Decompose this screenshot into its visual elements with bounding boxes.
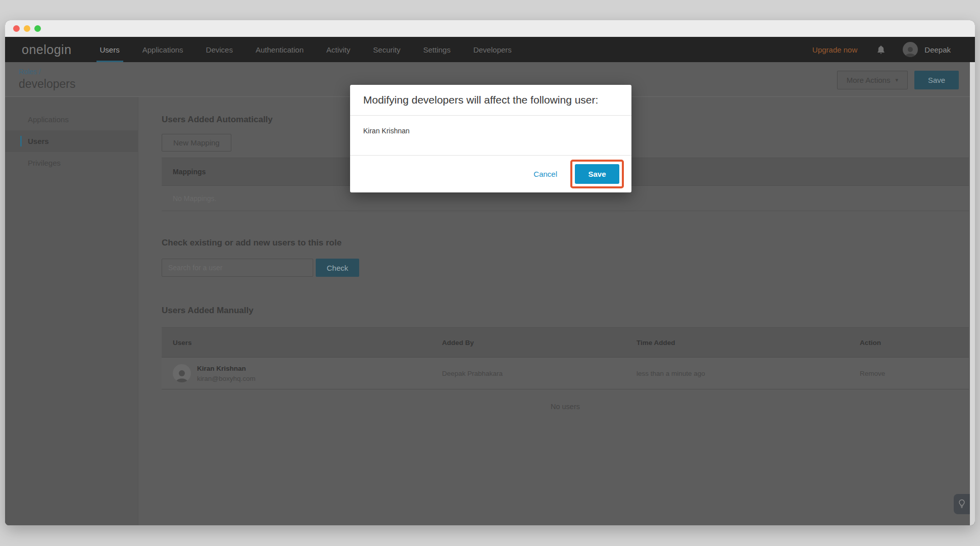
more-actions-button[interactable]: More Actions ▾ (837, 71, 908, 89)
nav-item-users[interactable]: Users (100, 37, 120, 62)
confirm-modal: Modifying developers will affect the fol… (350, 85, 631, 192)
lightbulb-icon (958, 499, 965, 509)
column-header-users: Users (162, 339, 431, 346)
modal-affected-user: Kiran Krishnan (350, 116, 631, 155)
column-header-action: Action (849, 339, 969, 346)
bell-icon (876, 45, 886, 55)
nav-item-security[interactable]: Security (373, 37, 401, 62)
sidebar-item-users[interactable]: Users (5, 130, 138, 152)
remove-link[interactable]: Remove (849, 370, 969, 377)
vertical-scrollbar[interactable] (970, 62, 975, 525)
nav-item-devices[interactable]: Devices (206, 37, 233, 62)
save-annotation-highlight: Save (570, 160, 624, 188)
sidebar: Applications Users Privileges (5, 97, 138, 525)
nav-item-settings[interactable]: Settings (423, 37, 451, 62)
modal-title: Modifying developers will affect the fol… (350, 85, 631, 116)
sidebar-item-privileges[interactable]: Privileges (5, 152, 138, 174)
notifications-button[interactable] (876, 45, 886, 55)
search-row: Check (162, 259, 969, 277)
time-added-label: less than a minute ago (625, 370, 849, 377)
user-row-avatar (173, 364, 191, 382)
search-user-input[interactable] (162, 259, 313, 277)
manual-section-heading: Users Added Manually (162, 306, 969, 316)
header-save-button[interactable]: Save (914, 71, 959, 89)
nav-item-authentication[interactable]: Authentication (256, 37, 304, 62)
user-name-label[interactable]: Deepak (924, 45, 951, 54)
check-button[interactable]: Check (316, 259, 359, 277)
new-mapping-button[interactable]: New Mapping (162, 134, 231, 152)
modal-cancel-button[interactable]: Cancel (533, 170, 557, 178)
traffic-lights (13, 25, 41, 32)
navbar-right: Upgrade now Deepak (812, 42, 951, 57)
column-header-added-by: Added By (431, 339, 625, 346)
upgrade-now-link[interactable]: Upgrade now (812, 45, 857, 54)
zoom-traffic-light-icon[interactable] (34, 25, 41, 32)
added-by-link[interactable]: Deepak Prabhakara (431, 370, 625, 377)
page-title: developers (19, 77, 76, 91)
user-table-row: Kiran Krishnan kiran@boxyhq.com Deepak P… (162, 358, 969, 389)
chevron-down-icon: ▾ (895, 77, 898, 83)
person-silhouette-icon (904, 45, 917, 57)
person-silhouette-icon (174, 368, 189, 382)
nav-item-developers[interactable]: Developers (473, 37, 512, 62)
column-header-time-added: Time Added (625, 339, 849, 346)
user-name: Kiran Krishnan (197, 365, 256, 372)
minimize-traffic-light-icon[interactable] (24, 25, 30, 32)
close-traffic-light-icon[interactable] (13, 25, 20, 32)
users-table-header-row: Users Added By Time Added Action (162, 327, 969, 358)
user-email: kiran@boxyhq.com (197, 375, 256, 382)
header-actions: More Actions ▾ Save (837, 71, 959, 89)
user-cell: Kiran Krishnan kiran@boxyhq.com (162, 364, 431, 382)
nav-items: Users Applications Devices Authenticatio… (100, 37, 512, 62)
modal-save-button[interactable]: Save (575, 164, 619, 184)
user-avatar[interactable] (903, 42, 918, 57)
more-actions-label: More Actions (847, 76, 891, 84)
check-section-heading: Check existing or add new users to this … (162, 238, 969, 248)
no-users-text: No users (162, 389, 969, 426)
sidebar-item-applications[interactable]: Applications (5, 109, 138, 130)
help-bulb-button[interactable] (954, 494, 970, 514)
manual-users-table: Users Added By Time Added Action (162, 327, 969, 426)
onelogin-logo[interactable]: onelogin (22, 42, 72, 57)
modal-footer: Cancel Save (350, 155, 631, 192)
nav-item-activity[interactable]: Activity (326, 37, 351, 62)
breadcrumb-roles-link[interactable]: Roles / (19, 68, 41, 76)
nav-item-applications[interactable]: Applications (142, 37, 183, 62)
top-navbar: onelogin Users Applications Devices Auth… (5, 37, 975, 62)
window-titlebar (5, 20, 975, 37)
